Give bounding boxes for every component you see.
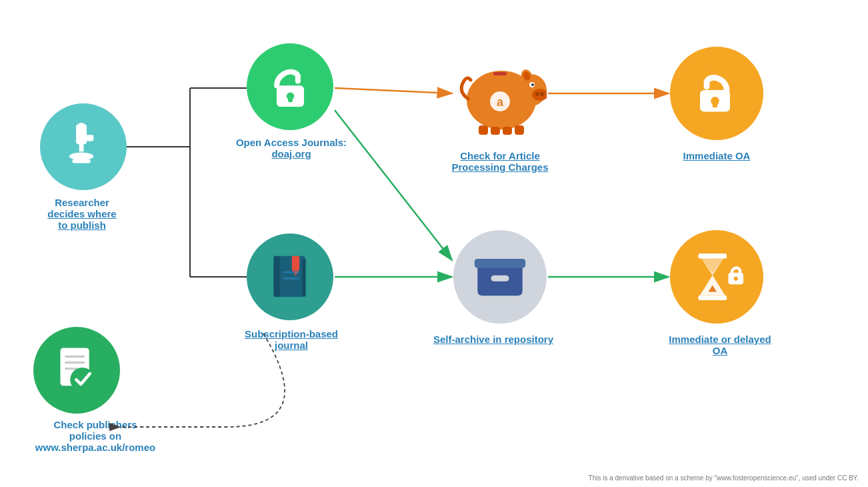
svg-rect-34: [475, 259, 526, 268]
piggy-icon: a: [453, 47, 547, 140]
svg-rect-15: [302, 259, 306, 297]
delayed-oa-icon: [683, 244, 750, 310]
researcher-label: Researcher decides where to publish: [19, 197, 145, 231]
svg-rect-41: [699, 296, 727, 301]
svg-line-57: [335, 88, 452, 93]
check-apc-label: Check for Article Processing Charges: [433, 150, 567, 173]
svg-point-2: [69, 152, 93, 159]
svg-rect-27: [491, 127, 500, 135]
oa-lock-icon: [683, 60, 750, 127]
immediate-oa-circle: [670, 47, 763, 140]
check-publishers-label: Check publishers policies on www.sherpa.…: [12, 419, 179, 453]
svg-rect-29: [515, 125, 524, 135]
svg-rect-47: [65, 367, 77, 369]
lock-open-icon: [260, 57, 321, 117]
footer-text: This is a derivative based on a scheme b…: [589, 474, 859, 482]
immediate-oa-label: Immediate OA: [650, 150, 783, 161]
repository-circle: [453, 230, 547, 324]
svg-rect-38: [713, 101, 718, 107]
researcher-circle: [40, 103, 127, 190]
svg-point-20: [540, 92, 544, 96]
svg-rect-40: [699, 254, 727, 259]
svg-rect-3: [72, 159, 90, 163]
check-doc-icon: [47, 340, 107, 401]
svg-rect-13: [283, 271, 299, 273]
svg-rect-10: [273, 256, 279, 296]
svg-line-59: [335, 110, 452, 260]
svg-rect-11: [291, 256, 299, 269]
svg-rect-45: [65, 355, 85, 357]
svg-rect-33: [491, 276, 509, 282]
piggy-bank-circle: a: [453, 47, 547, 140]
microscope-icon: [53, 117, 114, 177]
delayed-oa-label: Immediate or delayed OA: [650, 334, 790, 356]
svg-rect-46: [65, 361, 85, 363]
sub-journal-circle: [247, 233, 333, 320]
sub-journal-label: Subscription-based journal: [228, 328, 355, 351]
svg-point-43: [734, 276, 738, 280]
delayed-oa-circle: [670, 230, 763, 324]
svg-point-48: [70, 367, 94, 391]
repo-label: Self-archive in repository: [423, 334, 563, 345]
svg-rect-28: [503, 127, 512, 135]
svg-rect-26: [479, 125, 488, 135]
oa-journal-label: Open Access Journals: doaj.org: [228, 137, 355, 159]
svg-point-19: [535, 92, 539, 96]
svg-text:a: a: [497, 95, 504, 109]
oa-journal-circle: [247, 43, 333, 130]
svg-rect-14: [283, 277, 299, 279]
svg-point-22: [531, 83, 534, 86]
repository-icon: [470, 247, 530, 307]
svg-rect-4: [79, 135, 93, 141]
book-icon: [260, 247, 321, 308]
svg-rect-8: [288, 96, 293, 102]
check-publishers-circle: [33, 327, 120, 414]
svg-rect-1: [79, 143, 83, 151]
svg-rect-25: [493, 72, 507, 75]
